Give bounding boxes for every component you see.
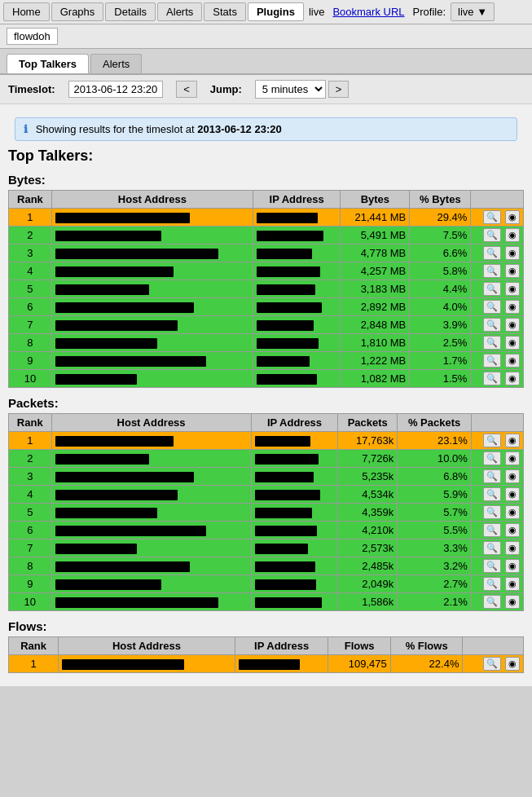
bytes-cell: 21,441 MB <box>341 209 410 227</box>
graph-icon-btn[interactable]: ◉ <box>505 318 520 332</box>
graph-icon-btn[interactable]: ◉ <box>505 505 520 519</box>
redacted-ip <box>257 338 319 349</box>
search-icon-btn[interactable]: 🔍 <box>483 451 501 465</box>
action-cell: 🔍 ◉ <box>471 450 523 468</box>
rank-cell: 10 <box>9 370 52 388</box>
ip-cell <box>251 575 338 593</box>
pct-cell: 6.8% <box>398 468 472 486</box>
redacted-host <box>55 356 206 367</box>
search-icon-btn[interactable]: 🔍 <box>483 577 501 591</box>
graph-icon-btn[interactable]: ◉ <box>505 282 520 296</box>
search-icon-btn[interactable]: 🔍 <box>483 336 501 350</box>
search-icon-btn[interactable]: 🔍 <box>483 354 501 368</box>
action-cell: 🔍 ◉ <box>471 209 524 227</box>
search-icon-btn[interactable]: 🔍 <box>483 282 501 296</box>
bytes-cell: 2,892 MB <box>341 298 410 316</box>
nav-graphs[interactable]: Graphs <box>51 2 104 21</box>
search-icon-btn[interactable]: 🔍 <box>483 300 501 314</box>
ip-cell <box>253 334 341 352</box>
nav-details[interactable]: Details <box>105 2 156 21</box>
action-cell: 🔍 ◉ <box>471 298 524 316</box>
rank-cell: 1 <box>9 655 59 673</box>
search-icon-btn[interactable]: 🔍 <box>483 210 501 224</box>
graph-icon-btn[interactable]: ◉ <box>505 372 520 385</box>
search-icon-btn[interactable]: 🔍 <box>483 559 501 573</box>
graph-icon-btn[interactable]: ◉ <box>505 487 520 501</box>
flows-col-flows: Flows <box>328 637 390 655</box>
nav-alerts[interactable]: Alerts <box>157 2 202 21</box>
redacted-ip <box>255 490 320 500</box>
graph-icon-btn[interactable]: ◉ <box>505 434 520 447</box>
graph-icon-btn[interactable]: ◉ <box>505 541 520 555</box>
graph-icon-btn[interactable]: ◉ <box>505 523 520 537</box>
ip-cell <box>251 432 338 450</box>
rank-cell: 3 <box>9 468 52 486</box>
search-icon-btn[interactable]: 🔍 <box>483 372 501 385</box>
host-cell <box>51 468 251 486</box>
redacted-ip <box>255 526 317 536</box>
graph-icon-btn[interactable]: ◉ <box>505 451 520 465</box>
timeslot-next-btn[interactable]: > <box>328 81 350 98</box>
redacted-host <box>55 544 137 554</box>
ip-cell <box>253 227 341 244</box>
pct-cell: 4.0% <box>410 298 471 316</box>
search-icon-btn[interactable]: 🔍 <box>483 318 501 332</box>
graph-icon-btn[interactable]: ◉ <box>505 469 520 483</box>
redacted-host <box>55 436 174 447</box>
time-bar: Timeslot: 2013-06-12 23:20 < Jump: 5 min… <box>0 75 532 104</box>
nav-live-label: live <box>306 6 328 18</box>
graph-icon-btn[interactable]: ◉ <box>505 657 520 671</box>
graph-icon-btn[interactable]: ◉ <box>505 354 520 368</box>
tab-top-talkers[interactable]: Top Talkers <box>7 54 89 73</box>
nav-live-dropdown[interactable]: live ▼ <box>451 2 495 21</box>
nav-bookmark-url[interactable]: Bookmark URL <box>329 6 407 18</box>
nav-home[interactable]: Home <box>3 2 50 21</box>
flows-table: Rank Host Address IP Address Flows % Flo… <box>8 636 524 673</box>
bytes-cell: 1,810 MB <box>341 334 410 352</box>
host-cell <box>51 539 251 557</box>
graph-icon-btn[interactable]: ◉ <box>505 300 520 314</box>
search-icon-btn[interactable]: 🔍 <box>483 469 501 483</box>
search-icon-btn[interactable]: 🔍 <box>483 523 501 537</box>
nav-stats[interactable]: Stats <box>204 2 246 21</box>
graph-icon-btn[interactable]: ◉ <box>505 264 520 278</box>
graph-icon-btn[interactable]: ◉ <box>505 336 520 350</box>
search-icon-btn[interactable]: 🔍 <box>483 246 501 260</box>
table-row: 6 4,210k 5.5% 🔍 ◉ <box>9 522 524 539</box>
search-icon-btn[interactable]: 🔍 <box>483 264 501 278</box>
nav-plugins[interactable]: Plugins <box>248 2 304 21</box>
search-icon-btn[interactable]: 🔍 <box>483 487 501 501</box>
table-row: 4 4,534k 5.9% 🔍 ◉ <box>9 486 524 504</box>
graph-icon-btn[interactable]: ◉ <box>505 595 520 609</box>
graph-icon-btn[interactable]: ◉ <box>505 577 520 591</box>
search-icon-btn[interactable]: 🔍 <box>483 657 501 671</box>
jump-select[interactable]: 5 minutes <box>255 80 326 99</box>
table-row: 4 4,257 MB 5.8% 🔍 ◉ <box>9 262 524 280</box>
bytes-cell: 4,257 MB <box>341 262 410 280</box>
redacted-host <box>55 454 149 465</box>
timeslot-prev-btn[interactable]: < <box>176 81 197 98</box>
host-cell <box>51 593 251 611</box>
search-icon-btn[interactable]: 🔍 <box>483 434 501 447</box>
redacted-host <box>55 490 178 500</box>
pkt-col-ip: IP Address <box>251 414 338 432</box>
main-content: ℹ Showing results for the timeslot at 20… <box>0 104 532 686</box>
jump-label: Jump: <box>210 83 242 95</box>
search-icon-btn[interactable]: 🔍 <box>483 541 501 555</box>
tab-alerts[interactable]: Alerts <box>90 54 142 73</box>
redacted-host <box>55 302 194 313</box>
nav-profile-label: Profile: <box>410 6 449 18</box>
graph-icon-btn[interactable]: ◉ <box>505 228 520 242</box>
pct-cell: 6.6% <box>410 244 471 262</box>
graph-icon-btn[interactable]: ◉ <box>505 210 520 224</box>
host-cell <box>51 316 253 334</box>
graph-icon-btn[interactable]: ◉ <box>505 559 520 573</box>
redacted-host <box>55 508 157 518</box>
search-icon-btn[interactable]: 🔍 <box>483 595 501 609</box>
redacted-ip <box>255 472 314 482</box>
search-icon-btn[interactable]: 🔍 <box>483 228 501 242</box>
host-cell <box>51 432 251 450</box>
search-icon-btn[interactable]: 🔍 <box>483 505 501 519</box>
graph-icon-btn[interactable]: ◉ <box>505 246 520 260</box>
pct-cell: 10.0% <box>398 450 472 468</box>
